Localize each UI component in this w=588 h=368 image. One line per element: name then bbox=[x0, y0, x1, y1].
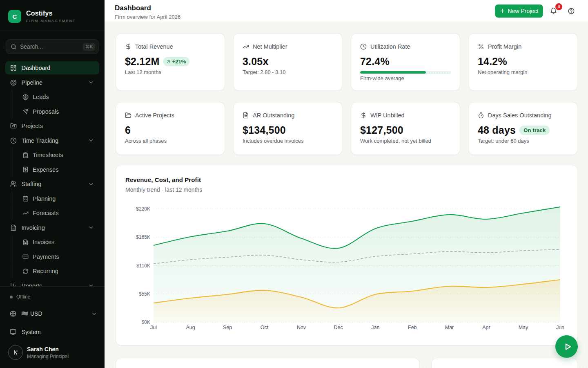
svg-text:Oct: Oct bbox=[261, 325, 269, 330]
svg-text:Dec: Dec bbox=[334, 325, 343, 330]
svg-text:Jan: Jan bbox=[371, 325, 379, 330]
svg-text:$110K: $110K bbox=[136, 263, 150, 269]
svg-text:Feb: Feb bbox=[408, 325, 417, 330]
svg-text:$0K: $0K bbox=[142, 319, 150, 325]
svg-text:Apr: Apr bbox=[482, 325, 490, 330]
svg-text:$165K: $165K bbox=[136, 234, 150, 240]
svg-text:$55K: $55K bbox=[139, 291, 150, 297]
svg-text:Mar: Mar bbox=[445, 325, 454, 330]
svg-text:May: May bbox=[519, 325, 528, 330]
svg-text:Jul: Jul bbox=[150, 325, 157, 330]
svg-text:$220K: $220K bbox=[136, 206, 150, 212]
svg-text:Aug: Aug bbox=[186, 325, 195, 330]
svg-text:Jun: Jun bbox=[556, 325, 564, 330]
svg-text:Nov: Nov bbox=[297, 325, 306, 330]
svg-text:Sep: Sep bbox=[223, 325, 232, 330]
